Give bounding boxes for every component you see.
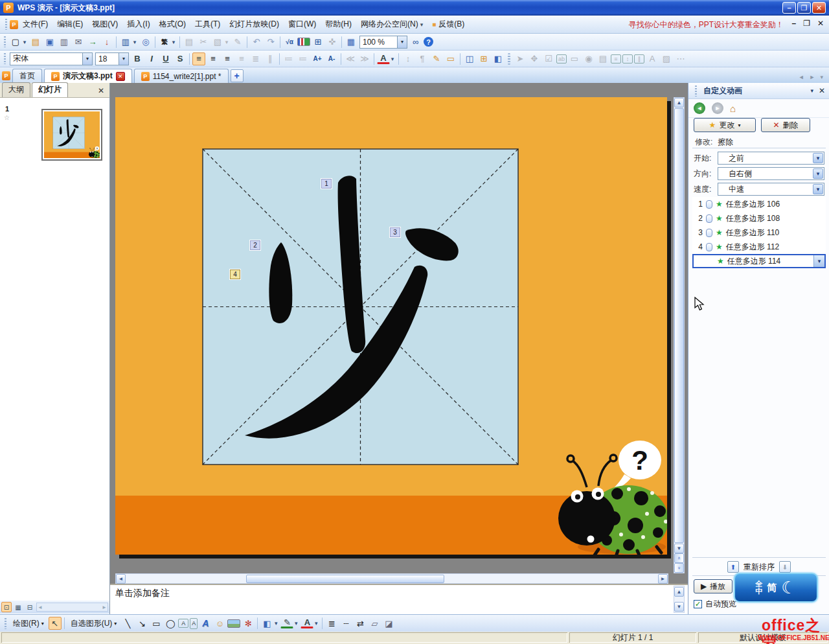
zoom-dropdown-icon[interactable]: ▾	[397, 36, 407, 48]
horizontal-scroll-thumb[interactable]	[246, 575, 444, 583]
minimize-button[interactable]: –	[782, 2, 796, 14]
increase-indent-button[interactable]: ≫	[358, 52, 371, 65]
formula-icon[interactable]: √α	[283, 36, 296, 49]
next-slide-icon[interactable]: «	[674, 563, 684, 573]
gridlines-icon[interactable]: ▦	[345, 36, 358, 49]
new-tab-button[interactable]: +	[231, 69, 244, 82]
menu-insert[interactable]: 插入(I)	[122, 16, 154, 32]
menu-slideshow[interactable]: 幻灯片放映(D)	[225, 16, 284, 32]
listbox-control-icon[interactable]: ≡	[611, 54, 621, 63]
auto-preview-checkbox[interactable]: ✓	[694, 600, 702, 608]
scroll-up-icon[interactable]: ▲	[674, 98, 684, 108]
scroll-right-icon[interactable]: ►	[102, 604, 107, 610]
field-value[interactable]: 之前 ▾	[718, 152, 824, 165]
anim-item-4[interactable]: 4 ★ 任意多边形 112	[692, 240, 826, 254]
insert-object-icon[interactable]: ☺	[213, 617, 226, 630]
menu-file[interactable]: 文件(F)	[18, 16, 52, 32]
scroll-up-icon[interactable]: ▲	[674, 587, 684, 597]
more-controls-icon[interactable]: ⋯	[674, 52, 687, 65]
tab-scroll-left-icon[interactable]: ◄	[799, 74, 804, 80]
convert-icon[interactable]: 繁	[158, 36, 171, 49]
shadow-style-icon[interactable]: ▱	[368, 617, 381, 630]
forward-icon[interactable]: ►	[712, 102, 723, 114]
stroke-label-4[interactable]: 4	[230, 270, 240, 279]
panel-horizontal-scrollbar[interactable]: ◄ ►	[36, 603, 108, 612]
spinner-control-icon[interactable]: ↕	[622, 54, 633, 63]
align-right-button[interactable]: ≡	[221, 52, 234, 65]
redo-icon[interactable]: ↷	[264, 36, 277, 49]
vertical-scrollbar[interactable]: ▲ ▼ « «	[674, 97, 685, 573]
start-field[interactable]: 开始: 之前 ▾	[694, 152, 824, 165]
field-value[interactable]: 中速 ▾	[718, 183, 824, 196]
toolbar-grip[interactable]	[4, 36, 6, 47]
reorder-down-button[interactable]: ⬇	[779, 561, 791, 573]
send-icon[interactable]: →	[86, 36, 99, 49]
line-color-dropdown-icon[interactable]: ▾	[293, 617, 299, 630]
image-control-icon[interactable]: ▨	[660, 52, 673, 65]
decrease-font-button[interactable]: A-	[325, 52, 338, 65]
threed-style-icon[interactable]: ◪	[382, 617, 395, 630]
delete-effect-button[interactable]: ✕ 删除	[761, 118, 810, 132]
textbox-tool-icon[interactable]: A	[178, 619, 188, 628]
font-color-button[interactable]: A	[377, 54, 390, 64]
clipart-icon[interactable]: ✻	[242, 617, 255, 630]
hand-tool-button[interactable]: ✥	[528, 52, 541, 65]
increase-font-button[interactable]: A+	[311, 52, 324, 65]
panel-close-icon[interactable]: ✕	[95, 86, 108, 97]
background-button[interactable]: ◧	[492, 52, 505, 65]
vertical-text-button[interactable]: ∥	[264, 52, 277, 65]
save-icon[interactable]: ▣	[43, 36, 56, 49]
line-tool-icon[interactable]: ╲	[121, 617, 134, 630]
export-icon[interactable]: ▥	[58, 36, 71, 49]
menu-help[interactable]: 帮助(H)	[321, 16, 356, 32]
font-name-combo[interactable]: 宋体 ▾	[10, 52, 93, 65]
bold-button[interactable]: B	[131, 52, 144, 65]
tab-active-document[interactable]: P 演示文稿3.ppt ✕	[44, 69, 132, 83]
slide-sorter-view-button[interactable]: ▦	[13, 602, 23, 612]
pane-switch-dropdown-icon[interactable]: ▾	[810, 87, 813, 94]
child-minimize-icon[interactable]: –	[791, 19, 796, 28]
field-dropdown-icon[interactable]: ▾	[813, 168, 823, 179]
tab-scroll-right-icon[interactable]: ►	[810, 74, 815, 80]
child-restore-icon[interactable]: ❐	[803, 19, 810, 28]
paste-icon[interactable]: ▧	[211, 36, 224, 49]
numbered-list-button[interactable]: ≔	[282, 52, 295, 65]
stroke-label-3[interactable]: 3	[390, 227, 400, 237]
copy-icon[interactable]: ▤	[183, 36, 196, 49]
menu-tools[interactable]: 工具(T)	[190, 16, 225, 32]
textbox-control-icon[interactable]: ab	[556, 54, 567, 63]
print-preview-icon[interactable]: ◎	[139, 36, 152, 49]
line-spacing-button[interactable]: ↕	[402, 52, 414, 65]
scroll-left-icon[interactable]: ◄	[38, 604, 43, 610]
tab-outline[interactable]: 大纲	[2, 82, 30, 97]
scrollbar-control-icon[interactable]: ∥	[634, 54, 644, 63]
menu-edit[interactable]: 编辑(E)	[52, 16, 87, 32]
pdf-icon[interactable]: ↓	[100, 36, 113, 49]
menu-format[interactable]: 格式(O)	[155, 16, 190, 32]
format-painter-icon[interactable]: ✎	[231, 36, 244, 49]
menu-view[interactable]: 视图(V)	[87, 16, 122, 32]
wordart-icon[interactable]: A	[199, 617, 212, 630]
italic-button[interactable]: I	[145, 52, 158, 65]
hyperlink-icon[interactable]: ✜	[326, 36, 339, 49]
distribute-button[interactable]: ≣	[249, 52, 262, 65]
select-objects-button[interactable]: ➤	[514, 52, 527, 65]
notes-scrollbar[interactable]: ▲ ▼	[674, 586, 685, 613]
promo-banner[interactable]: 寻找你心中的绿色，PPT设计大赛重金奖励！	[629, 19, 784, 30]
new-slide-button[interactable]: ▭	[444, 52, 457, 65]
new-icon[interactable]: ▢	[9, 36, 22, 49]
child-close-icon[interactable]: ✕	[817, 19, 824, 28]
scroll-down-icon[interactable]: ▼	[674, 544, 684, 553]
menu-web-office[interactable]: 网络办公空间(N)	[356, 16, 427, 32]
restore-button[interactable]: ❐	[797, 2, 811, 14]
dash-style-icon[interactable]: ┄	[339, 617, 352, 630]
bullet-list-button[interactable]: ≔	[297, 52, 310, 65]
normal-view-button[interactable]: ⊡	[1, 602, 12, 612]
cut-icon[interactable]: ✂	[197, 36, 210, 49]
help-icon[interactable]: ?	[424, 37, 433, 47]
change-effect-button[interactable]: ★ 更改 ▾	[694, 118, 756, 132]
tab-close-icon[interactable]: ✕	[116, 72, 125, 81]
line-style-icon[interactable]: ≣	[325, 617, 338, 630]
anim-item-1[interactable]: 1 ★ 任意多边形 106	[692, 197, 826, 211]
oval-tool-icon[interactable]: ◯	[164, 617, 177, 630]
